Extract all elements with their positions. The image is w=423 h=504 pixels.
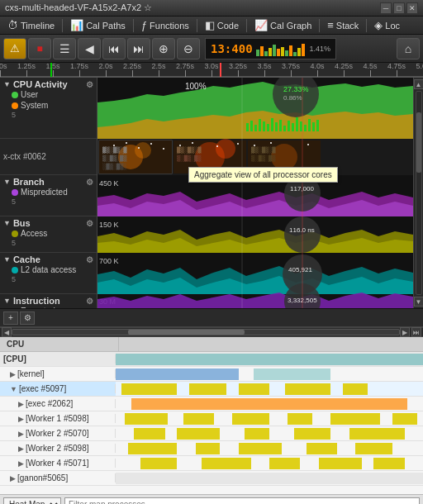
expand-icon-branch[interactable]: ▼: [3, 178, 11, 186]
tab-timeline[interactable]: ⏱ Timeline: [3, 17, 59, 33]
expand-icon[interactable]: ▼: [3, 80, 11, 88]
charts-svg: 100% 27.33% 0.86%: [97, 78, 413, 308]
tab-code[interactable]: ◧ Code: [201, 17, 243, 33]
gear-icon-instr[interactable]: ⚙: [86, 297, 93, 306]
worker1-expand[interactable]: ▶: [18, 415, 24, 423]
zoom-in-button[interactable]: ⊕: [152, 38, 175, 59]
process-panel: CPU [CPU] ▶ [kernel] ▼: [0, 337, 423, 494]
gear-icon-cache[interactable]: ⚙: [86, 255, 93, 264]
close-button[interactable]: ✕: [406, 2, 418, 14]
scroll-track[interactable]: [416, 91, 422, 295]
tab-loc[interactable]: ◈ Loc: [370, 17, 404, 33]
expand-icon-cache[interactable]: ▼: [3, 255, 11, 264]
bus-count: 5: [3, 239, 93, 247]
gear-icon-branch[interactable]: ⚙: [86, 178, 93, 187]
gear-icon-bus[interactable]: ⚙: [86, 219, 93, 228]
ganon-expand[interactable]: ▶: [10, 474, 16, 483]
expand-icon-instr[interactable]: ▼: [3, 297, 11, 305]
mini-bar-5: [273, 45, 276, 56]
cpu-activity-section: ▼ CPU Activity ⚙ User System 5: [0, 78, 97, 139]
cache-l2-label: L2 data access: [21, 265, 76, 274]
scroll-left-arrow[interactable]: ◀: [2, 327, 12, 337]
tab-functions[interactable]: ƒ Functions: [137, 17, 193, 33]
scroll-thumb-h[interactable]: [128, 330, 244, 335]
minimize-button[interactable]: ─: [380, 2, 392, 14]
stop-icon: ■: [36, 43, 42, 55]
frame-prev-button[interactable]: ⏮: [102, 38, 126, 59]
branch-mispred-item: Mispredicted: [3, 187, 93, 197]
config-button[interactable]: ⚙: [20, 311, 35, 325]
kernel-bar: [116, 368, 239, 380]
w3-bar4: [307, 443, 337, 454]
svg-rect-14: [275, 122, 278, 131]
worker1-label: ▶ [Worker 1 #5098]: [0, 414, 116, 423]
scroll-right-arrow[interactable]: ▶: [400, 327, 410, 337]
horizontal-scrollbar[interactable]: ◀ ▶ ⏭: [0, 327, 423, 337]
home-button[interactable]: ⌂: [397, 38, 420, 59]
frame-next-button[interactable]: ⏭: [127, 38, 150, 59]
prev-button[interactable]: ◀: [78, 38, 101, 59]
proc-row-worker2[interactable]: ▶ [Worker 2 #5070]: [0, 426, 423, 441]
time-ruler[interactable]: 1.0s1.25s1.5s1.75s2.0s2.25s2.5s2.75s3.0s…: [0, 63, 423, 78]
filter-select[interactable]: Heat Map: [3, 497, 61, 505]
filter-input[interactable]: [64, 497, 420, 505]
exec5097-expand[interactable]: ▼: [10, 385, 17, 393]
svg-rect-7: [246, 123, 249, 131]
svg-point-37: [150, 143, 152, 145]
mini-bar-10: [293, 52, 297, 56]
svg-text:▒░▓▒░▓▒: ▒░▓▒░▓▒: [251, 155, 276, 162]
proc-row-exec5097[interactable]: ▼ [exec #5097]: [0, 382, 423, 397]
red-time-marker[interactable]: [220, 63, 221, 77]
exec2062-expand[interactable]: ▶: [18, 400, 24, 408]
stop-button[interactable]: ■: [28, 38, 51, 59]
worker2-expand[interactable]: ▶: [18, 430, 24, 438]
tab-cal-paths[interactable]: 📊 Cal Paths: [66, 17, 130, 33]
ganon-label: ▶ [ganon#5065]: [0, 473, 116, 483]
svg-rect-24: [316, 120, 319, 131]
scroll-down-arrow[interactable]: ▼: [414, 297, 424, 307]
functions-icon: ƒ: [141, 19, 147, 31]
proc-row-ganon[interactable]: ▶ [ganon#5065]: [0, 471, 423, 486]
tab-cal-graph[interactable]: 📈 Cal Graph: [250, 17, 316, 33]
maximize-button[interactable]: □: [393, 2, 405, 14]
tab-stack[interactable]: ≡ Stack: [323, 17, 363, 33]
svg-point-38: [163, 148, 164, 150]
expand-icon-bus[interactable]: ▼: [3, 219, 11, 227]
scroll-track-h[interactable]: [12, 329, 400, 335]
proc-row-worker1[interactable]: ▶ [Worker 1 #5098]: [0, 411, 423, 426]
cpu-label: [CPU]: [0, 354, 116, 364]
functions-label: Functions: [150, 21, 189, 31]
exec5097-bar5: [343, 383, 368, 395]
proc-row-cpu[interactable]: [CPU]: [0, 352, 423, 367]
timeline-icon: ⏱: [7, 19, 18, 31]
cache-count: 5: [3, 275, 93, 283]
instruction-section: ▼ Instruction ⚙ Executed 5: [0, 294, 97, 308]
proc-row-exec2062[interactable]: ▶ [exec #2062]: [0, 397, 423, 411]
list-button[interactable]: ☰: [53, 38, 76, 59]
loc-icon: ◈: [374, 19, 383, 31]
zoom-out-button[interactable]: ⊖: [177, 38, 200, 59]
proc-row-worker3[interactable]: ▶ [Worker 2 #5098]: [0, 441, 423, 456]
cache-title: ▼ Cache ⚙: [3, 254, 93, 264]
w3-bar5: [355, 443, 392, 454]
proc-row-worker4[interactable]: ▶ [Worker 4 #5071]: [0, 456, 423, 471]
zoom-in-icon: ⊕: [159, 42, 169, 55]
gear-icon-cpu[interactable]: ⚙: [86, 80, 93, 89]
scroll-end-arrow[interactable]: ⏭: [411, 327, 421, 337]
w2-bar2: [177, 428, 220, 440]
worker4-expand[interactable]: ▶: [18, 459, 24, 468]
cpu-activity-title: ▼ CPU Activity ⚙: [3, 79, 93, 89]
warning-button[interactable]: ⚠: [3, 38, 26, 59]
vertical-scrollbar[interactable]: ▲ ▼: [413, 78, 423, 308]
svg-point-52: [254, 145, 255, 146]
worker3-row-label: [Worker 2 #5098]: [26, 444, 89, 453]
proc-row-kernel[interactable]: ▶ [kernel]: [0, 367, 423, 382]
worker3-expand[interactable]: ▶: [18, 445, 24, 453]
add-button[interactable]: +: [3, 311, 18, 325]
scroll-up-arrow[interactable]: ▲: [414, 79, 424, 89]
svg-rect-16: [283, 126, 286, 131]
charts-panel[interactable]: 100% 27.33% 0.86%: [97, 78, 413, 308]
kernel-timeline: [116, 367, 423, 381]
scroll-thumb[interactable]: [416, 112, 421, 174]
kernel-expand[interactable]: ▶: [10, 370, 16, 378]
